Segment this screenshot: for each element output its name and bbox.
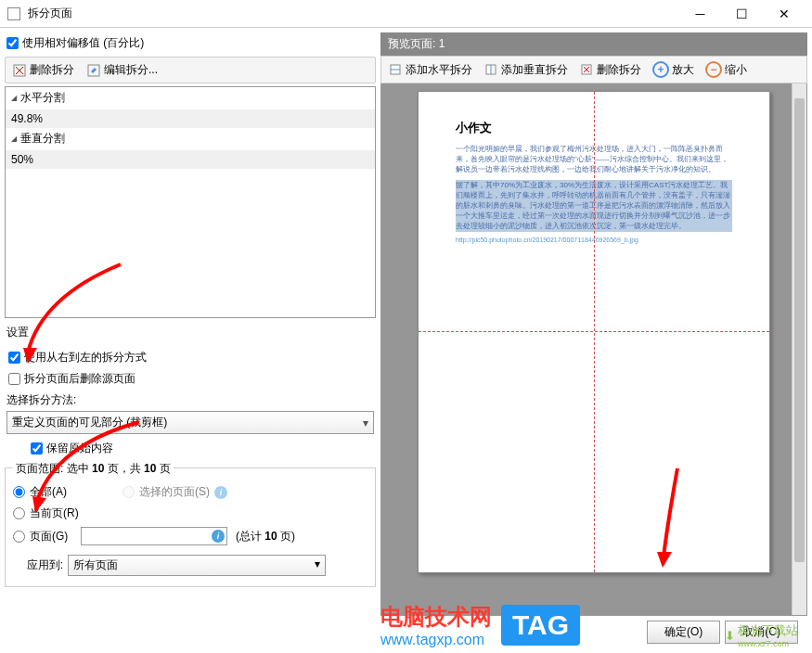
split-list[interactable]: 水平分割 49.8% 垂直分割 50% xyxy=(5,86,376,318)
keep-original-label: 保留原始内容 xyxy=(46,441,113,456)
right-panel: 预览页面: 1 添加水平拆分 添加垂直拆分 删除拆分 + 放大 − 缩小 xyxy=(380,32,807,648)
use-relative-row: 使用相对偏移值 (百分比) xyxy=(5,32,376,54)
preview-header: 预览页面: 1 xyxy=(380,32,807,56)
delete-preview-icon xyxy=(579,62,594,77)
v-split-icon xyxy=(483,62,498,77)
current-label: 当前页(R) xyxy=(30,506,79,521)
edit-icon xyxy=(86,63,101,78)
close-button[interactable]: ✕ xyxy=(763,1,805,27)
page-range-title: 页面范围: 选中 10 页，共 10 页 xyxy=(13,461,174,477)
selected-radio xyxy=(122,486,135,498)
watermark-text: 电脑技术网 xyxy=(380,602,492,632)
delete-icon xyxy=(12,63,27,78)
zoom-out-button[interactable]: − 缩小 xyxy=(701,58,752,81)
split-toolbar: 删除拆分 编辑拆分... xyxy=(5,57,376,83)
delete-source-label: 拆分页面后删除源页面 xyxy=(24,371,135,387)
rtl-checkbox[interactable] xyxy=(8,352,20,364)
preview-area[interactable]: 小作文 一个阳光明媚的早晨，我们参观了梅州污水处理场，进入大门，一阵阵恶臭扑鼻而… xyxy=(380,83,807,616)
maximize-button[interactable]: ☐ xyxy=(721,1,763,27)
method-label: 选择拆分方法: xyxy=(6,390,374,411)
v-split-value[interactable]: 50% xyxy=(6,150,375,169)
selected-label: 选择的页面(S) xyxy=(139,484,210,500)
delete-source-checkbox[interactable] xyxy=(8,373,20,385)
left-panel: 使用相对偏移值 (百分比) 删除拆分 编辑拆分... 水平分割 49.8% 垂直… xyxy=(5,32,376,648)
tag-badge: TAG xyxy=(501,605,580,646)
pages-radio[interactable] xyxy=(13,531,25,543)
info-icon[interactable]: i xyxy=(214,486,227,499)
scrollbar-thumb[interactable] xyxy=(794,98,805,562)
add-v-split-button[interactable]: 添加垂直拆分 xyxy=(479,58,573,81)
zoom-in-button[interactable]: + 放大 xyxy=(648,58,699,81)
current-radio[interactable] xyxy=(13,507,25,519)
use-relative-checkbox[interactable] xyxy=(6,37,19,49)
titlebar: 拆分页面 ─ ☐ ✕ xyxy=(0,0,812,28)
apply-to-label: 应用到: xyxy=(13,557,63,573)
delete-split-button[interactable]: 删除拆分 xyxy=(7,59,79,81)
pages-input[interactable] xyxy=(81,527,227,545)
all-label: 全部(A) xyxy=(30,484,67,500)
rtl-label: 使用从右到左的拆分方式 xyxy=(24,350,147,365)
settings-label: 设置 xyxy=(5,321,376,344)
apply-to-dropdown[interactable]: 所有页面 xyxy=(68,555,326,576)
app-icon xyxy=(7,7,20,20)
minimize-button[interactable]: ─ xyxy=(679,1,721,27)
pages-label: 页面(G) xyxy=(30,529,76,544)
zoom-in-icon: + xyxy=(652,61,669,78)
preview-toolbar: 添加水平拆分 添加垂直拆分 删除拆分 + 放大 − 缩小 xyxy=(380,56,807,83)
page-preview[interactable]: 小作文 一个阳光明媚的早晨，我们参观了梅州污水处理场，进入大门，一阵阵恶臭扑鼻而… xyxy=(418,91,770,573)
method-dropdown[interactable]: 重定义页面的可见部分 (裁剪框) xyxy=(6,411,374,434)
watermark-url: www.tagxp.com xyxy=(380,632,492,648)
add-h-split-button[interactable]: 添加水平拆分 xyxy=(383,58,477,81)
window-title: 拆分页面 xyxy=(28,6,679,21)
h-split-icon xyxy=(388,62,403,77)
h-split-value[interactable]: 49.8% xyxy=(6,109,375,128)
all-radio[interactable] xyxy=(13,486,25,498)
download-icon: ⬇ xyxy=(725,629,735,643)
download-stamp: ⬇ 极光下载站 www.xz7.com xyxy=(725,622,798,648)
pages-info-icon[interactable]: i xyxy=(212,530,225,543)
edit-split-button[interactable]: 编辑拆分... xyxy=(82,59,162,81)
keep-original-checkbox[interactable] xyxy=(31,442,43,455)
zoom-out-icon: − xyxy=(705,61,722,78)
scrollbar[interactable] xyxy=(792,83,806,615)
total-label: (总计 10 页) xyxy=(236,529,295,544)
h-split-header[interactable]: 水平分割 xyxy=(6,87,375,109)
use-relative-label: 使用相对偏移值 (百分比) xyxy=(22,35,144,51)
v-split-line[interactable] xyxy=(594,92,595,572)
delete-split-preview-button[interactable]: 删除拆分 xyxy=(574,58,646,81)
v-split-header[interactable]: 垂直分割 xyxy=(6,128,375,150)
page-range-section: 页面范围: 选中 10 页，共 10 页 全部(A) 选择的页面(S) i 当前… xyxy=(5,467,376,587)
